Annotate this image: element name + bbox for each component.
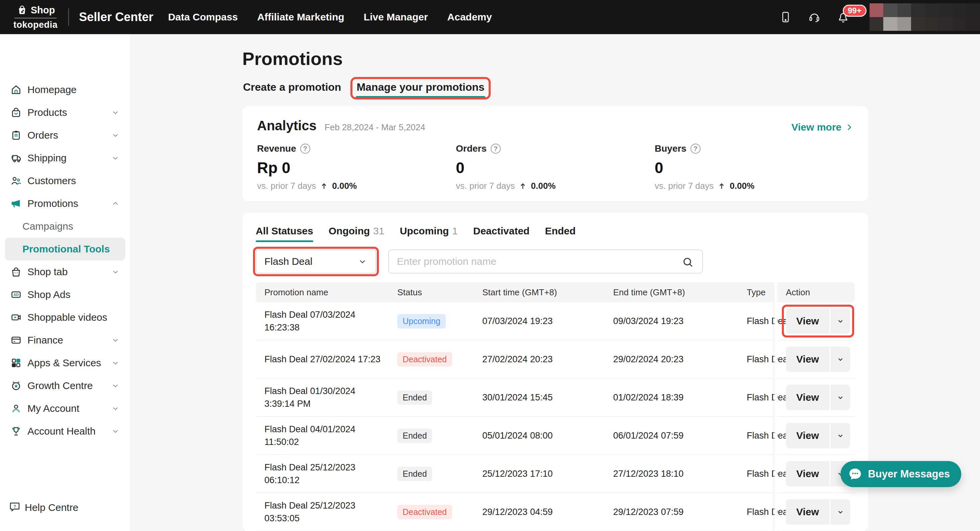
analytics-card: Analytics Feb 28,2024 - Mar 5,2024 View … (242, 106, 868, 201)
view-button[interactable]: View (786, 499, 829, 525)
sidebar-item-shop-ads[interactable]: AD Shop Ads (5, 283, 125, 306)
sidebar-item-homepage[interactable]: Homepage (5, 78, 125, 101)
analytics-metrics: Revenue ? Rp 0 vs. prior 7 days 0.00% (257, 143, 853, 191)
status-tab[interactable]: Upcoming 1 (399, 225, 458, 242)
sidebar-item-products[interactable]: Products (5, 101, 125, 124)
sidebar-item-my-account[interactable]: My Account (5, 397, 125, 420)
type-cell: Flash Deal (738, 493, 773, 531)
notification-count-badge: 99+ (843, 5, 867, 17)
growth-centre-icon (9, 378, 24, 393)
sidebar-item-promotional-tools[interactable]: Promotional Tools (5, 238, 125, 260)
nav-item[interactable]: Academy (447, 11, 492, 23)
chevron-down-icon (111, 108, 120, 117)
home-icon (9, 82, 24, 97)
status-tab[interactable]: Ended (545, 225, 576, 242)
sidebar-item-shoppable-videos[interactable]: Shoppable videos (5, 306, 125, 329)
promotion-name-cell: Flash Deal 25/12/2023 06:10:12 (256, 455, 388, 493)
metric-label: Orders (456, 143, 487, 154)
sidebar-item-finance[interactable]: Finance (5, 329, 125, 352)
sidebar-item-label: Homepage (27, 84, 76, 96)
avatar[interactable] (870, 3, 980, 31)
status-badge: Ended (397, 391, 432, 405)
view-dropdown-button[interactable] (829, 423, 850, 448)
sidebar-item-apps-services[interactable]: Apps & Services (5, 352, 125, 374)
nav-item[interactable]: Data Compass (168, 11, 238, 23)
question-icon[interactable]: ? (300, 144, 310, 154)
chevron-down-icon (111, 359, 120, 367)
end-time-cell: 29/02/2024 20:23 (605, 341, 738, 379)
sidebar-item-account-health[interactable]: Account Health (5, 420, 125, 443)
end-time-cell: 06/01/2024 07:59 (605, 417, 738, 455)
metric-value: 0 (655, 159, 853, 177)
view-button[interactable]: View (786, 461, 829, 486)
chevron-down-icon (111, 336, 120, 344)
video-camera-icon (9, 310, 24, 325)
search-input[interactable] (389, 250, 670, 273)
page-tabs: Create a promotion Manage your promotion… (242, 79, 868, 99)
status-tabs: All Statuses Ongoing 31 (256, 225, 855, 242)
action-cell: View (777, 417, 855, 455)
col-end-time: End time (GMT+8) (605, 282, 738, 302)
tab-manage-your-promotions[interactable]: Manage your promotions (356, 79, 485, 99)
metric-value: 0 (456, 159, 655, 177)
col-status: Status (388, 282, 474, 302)
view-button[interactable]: View (786, 308, 829, 334)
customers-icon (9, 174, 24, 188)
sidebar-item-label: Finance (27, 335, 63, 346)
sidebar-item-orders[interactable]: Orders (5, 124, 125, 147)
status-tab[interactable]: All Statuses (256, 225, 313, 242)
sidebar-item-shop-tab[interactable]: Shop tab (5, 260, 125, 283)
question-icon[interactable]: ? (690, 144, 700, 154)
search-icon[interactable] (681, 256, 694, 270)
my-account-person-icon (9, 401, 24, 416)
help-centre-link[interactable]: ? Help Centre (5, 496, 125, 519)
view-dropdown-button[interactable] (829, 308, 850, 334)
sidebar-item-promotions[interactable]: Promotions (5, 192, 125, 215)
start-time-cell: 25/12/2023 17:10 (474, 455, 605, 493)
question-icon[interactable]: ? (491, 144, 501, 154)
status-tab[interactable]: Ongoing 31 (329, 225, 385, 242)
view-dropdown-button[interactable] (829, 499, 850, 525)
chevron-right-icon (845, 123, 853, 132)
metric-label: Revenue (257, 143, 296, 154)
chevron-down-icon (111, 404, 120, 413)
view-button[interactable]: View (786, 385, 829, 410)
start-time-cell: 27/02/2024 20:23 (474, 341, 605, 379)
action-cell: View (777, 302, 855, 341)
table-row: Flash Deal 04/01/2024 11:50:02 Ended 05/… (256, 417, 855, 455)
tab-create-a-promotion[interactable]: Create a promotion (242, 79, 342, 99)
chevron-down-icon (111, 131, 120, 140)
view-button[interactable]: View (786, 346, 829, 372)
type-cell: Flash Deal (738, 302, 773, 341)
nav-item[interactable]: Live Manager (364, 11, 428, 23)
view-dropdown-button[interactable] (829, 385, 850, 410)
nav-item[interactable]: Affiliate Marketing (258, 11, 344, 23)
sidebar-item-shipping[interactable]: Shipping (5, 147, 125, 169)
shop-tokopedia-logo[interactable]: Shop tokopedia (13, 4, 57, 30)
status-tab[interactable]: Deactivated (473, 225, 530, 242)
sidebar-item-label: Promotional Tools (22, 243, 110, 255)
help-centre-label: Help Centre (25, 502, 78, 513)
navbar-menu: Data Compass Affiliate Marketing Live Ma… (168, 11, 492, 23)
view-dropdown-button[interactable] (829, 346, 850, 372)
col-promotion-name: Promotion name (256, 282, 388, 302)
navbar-divider (68, 8, 69, 26)
table-row: Flash Deal 25/12/2023 03:53:05 Deactivat… (256, 493, 855, 531)
support-headset-icon[interactable] (807, 10, 821, 24)
sidebar-item-customers[interactable]: Customers (5, 169, 125, 192)
logo-shop-text: Shop (31, 5, 55, 16)
col-action: Action (777, 282, 855, 302)
buyer-messages-button[interactable]: Buyer Messages (840, 461, 961, 487)
mobile-app-icon[interactable] (778, 10, 792, 24)
promotion-search (388, 249, 703, 274)
up-arrow-icon (320, 182, 328, 190)
notifications-bell-icon[interactable]: 99+ (836, 10, 850, 24)
sidebar-item-growth-centre[interactable]: Growth Centre (5, 374, 125, 397)
buyer-messages-label: Buyer Messages (868, 468, 950, 480)
promotion-type-select[interactable]: Flash Deal (256, 249, 376, 274)
view-more-link[interactable]: View more (791, 121, 853, 133)
status-badge: Ended (397, 467, 432, 481)
sidebar-item-campaigns[interactable]: Campaigns (5, 215, 125, 238)
view-button[interactable]: View (786, 423, 829, 448)
shop-ads-icon: AD (9, 287, 24, 302)
